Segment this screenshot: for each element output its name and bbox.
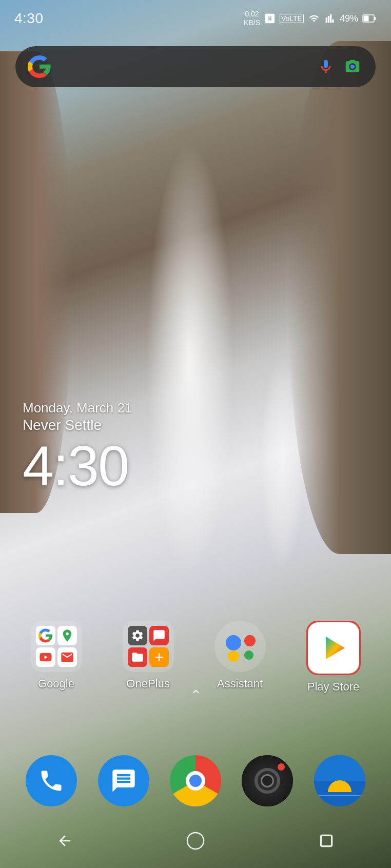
google-app[interactable]: Google (31, 621, 82, 694)
svg-point-5 (187, 833, 204, 849)
messages-svg (110, 767, 137, 794)
oneplus-app[interactable]: OnePlus (123, 621, 174, 694)
signal-icon (324, 13, 336, 24)
camera-dock-app[interactable] (242, 755, 293, 806)
svg-rect-2 (364, 16, 369, 22)
filemanager-mini (128, 647, 147, 667)
volte-icon: VoLTE (280, 14, 304, 23)
feedback-mini (149, 626, 169, 645)
back-button[interactable] (56, 833, 73, 853)
google-g-mini (36, 626, 55, 645)
play-store-app[interactable]: Play Store (306, 621, 361, 694)
nav-bar (0, 817, 391, 868)
chrome-icon (170, 755, 221, 806)
google-label: Google (38, 677, 74, 691)
oneplus-label: OnePlus (126, 677, 169, 691)
camera-search-button[interactable] (342, 56, 363, 77)
youtube-mini (36, 647, 55, 667)
oneplus-mini-grid (128, 626, 169, 667)
battery-icon (362, 13, 377, 24)
home-circle-icon (186, 832, 205, 850)
dot-yellow (228, 650, 239, 662)
datetime-widget: Monday, March 21 Never Settle 4:30 (23, 400, 132, 494)
camera-lens-inner (261, 774, 274, 787)
back-arrow-icon (56, 833, 73, 849)
dot-red (244, 635, 256, 646)
oneplus-folder-icon (123, 621, 174, 672)
play-store-label: Play Store (307, 680, 360, 694)
dot-blue (226, 635, 241, 650)
assistant-icon (214, 621, 266, 672)
app-grid: Google (0, 621, 391, 694)
phone-svg (38, 767, 65, 794)
chrome-center (186, 771, 205, 791)
svg-marker-4 (326, 637, 345, 659)
status-time: 4:30 (14, 10, 44, 27)
camera-icon (242, 755, 293, 806)
phone-icon (26, 755, 77, 806)
status-icons: 0.02KB/S VoLTE 49% (244, 10, 377, 27)
voice-search-button[interactable] (315, 56, 337, 77)
photos-icon (314, 755, 365, 806)
dock (0, 755, 391, 806)
photos-dock-app[interactable] (314, 755, 365, 806)
google-folder-icon (31, 621, 82, 672)
photos-horizon (314, 795, 365, 796)
assistant-app[interactable]: Assistant (214, 621, 266, 694)
camera-search-icon (344, 58, 361, 75)
google-logo (28, 55, 51, 78)
motto-label: Never Settle (23, 417, 132, 433)
search-bar[interactable] (15, 46, 376, 87)
recent-square-icon (318, 833, 335, 849)
date-label: Monday, March 21 (23, 400, 132, 416)
settings-mini (128, 626, 147, 645)
dot-green (244, 650, 253, 660)
data-speed: 0.02KB/S (244, 10, 260, 27)
play-store-highlight-border (306, 621, 361, 675)
battery-percent: 49% (340, 13, 358, 24)
maps-mini (57, 626, 77, 645)
phone-dock-app[interactable] (26, 755, 77, 806)
assistant-dots-container (220, 626, 261, 667)
svg-rect-6 (321, 835, 331, 846)
photos-top (314, 755, 365, 781)
mic-icon (318, 58, 334, 75)
home-button[interactable] (186, 832, 205, 854)
play-store-icon (308, 622, 359, 674)
wifi-icon (308, 13, 320, 24)
recent-button[interactable] (318, 833, 335, 853)
gmail-mini (57, 647, 77, 667)
chrome-dock-app[interactable] (170, 755, 221, 806)
rock-right (288, 41, 391, 554)
svg-rect-1 (374, 17, 376, 20)
clock-label: 4:30 (23, 438, 132, 494)
messages-dock-app[interactable] (98, 755, 149, 806)
assistant-label: Assistant (217, 677, 263, 691)
status-bar: 4:30 0.02KB/S VoLTE 49% (0, 0, 391, 37)
app-drawer-button[interactable]: ⌃ (190, 687, 202, 704)
messages-icon (98, 755, 149, 806)
google-mini-grid (36, 626, 77, 667)
play-triangle (318, 633, 349, 663)
notes-mini (149, 647, 169, 667)
nfc-icon (264, 13, 276, 24)
svg-point-3 (350, 65, 355, 69)
